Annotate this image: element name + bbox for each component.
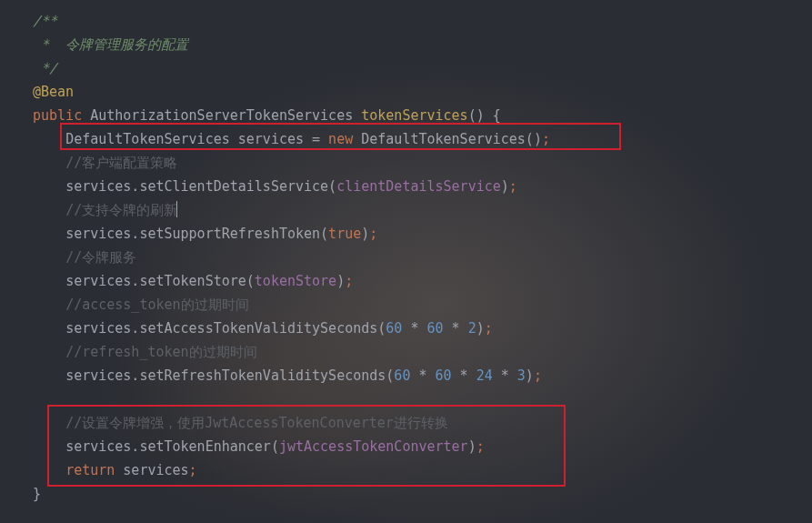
return-type: AuthorizationServerTokenServices (82, 107, 361, 124)
code-text: services.setTokenEnhancer( (65, 438, 279, 455)
number: 60 (426, 320, 443, 337)
semicolon: ; (534, 367, 542, 384)
semicolon: ; (189, 462, 197, 478)
comment: //客户端配置策略 (65, 155, 177, 171)
operator: * (410, 367, 435, 384)
semicolon: ; (476, 438, 485, 455)
comment: //设置令牌增强，使用JwtAccessTokenConverter进行转换 (65, 415, 448, 431)
code-text: services.setTokenStore( (65, 273, 255, 289)
code-text: ) (476, 320, 485, 337)
annotation: @Bean (33, 84, 74, 100)
comment: //令牌服务 (65, 249, 136, 266)
comment: //refresh_token的过期时间 (65, 344, 256, 360)
semicolon: ; (345, 273, 353, 289)
keyword-public: public (33, 107, 82, 124)
semicolon: ; (542, 131, 550, 147)
comment: //access_token的过期时间 (65, 297, 248, 313)
code-text: DefaultTokenServices services = (65, 131, 328, 147)
field-ref: jwtAccessTokenConverter (279, 438, 468, 455)
code-text: ) (361, 226, 369, 242)
comment: //支持令牌的刷新 (65, 202, 177, 218)
semicolon: ; (369, 226, 377, 242)
number: 24 (476, 367, 493, 384)
keyword-new: new (328, 131, 353, 147)
operator: * (452, 367, 476, 384)
code-block: /** * 令牌管理服务的配置 */ @Bean public Authoriz… (0, 0, 812, 506)
code-text: DefaultTokenServices() (353, 131, 542, 147)
semicolon: ; (509, 178, 517, 195)
number: 2 (468, 320, 476, 337)
doc-line: /** (33, 13, 57, 29)
number: 60 (394, 367, 410, 384)
brace-close: } (33, 486, 41, 502)
code-text: services.setAccessTokenValiditySeconds( (65, 320, 386, 337)
literal-true: true (328, 226, 361, 242)
keyword-return: return (65, 462, 115, 478)
operator: * (402, 320, 426, 337)
semicolon: ; (485, 320, 493, 337)
field-ref: clientDetailsService (336, 178, 501, 195)
text-cursor (176, 201, 177, 217)
operator: * (493, 367, 517, 384)
code-text: ) (468, 438, 476, 455)
code-text: services (115, 462, 188, 478)
code-text: ) (336, 273, 345, 289)
code-text: services.setSupportRefreshToken( (65, 226, 328, 242)
number: 3 (517, 367, 526, 384)
number: 60 (436, 367, 452, 384)
code-text: ) (526, 367, 534, 384)
operator: * (444, 320, 468, 337)
code-text: services.setClientDetailsService( (65, 178, 336, 195)
doc-line: * 令牌管理服务的配置 (33, 36, 188, 53)
number: 60 (386, 320, 402, 337)
sig-tail: () { (468, 107, 501, 124)
doc-line: */ (33, 60, 57, 76)
method-name: tokenServices (361, 107, 467, 124)
code-text: services.setRefreshTokenValiditySeconds( (65, 367, 394, 384)
code-text: ) (501, 178, 509, 195)
field-ref: tokenStore (255, 273, 336, 289)
